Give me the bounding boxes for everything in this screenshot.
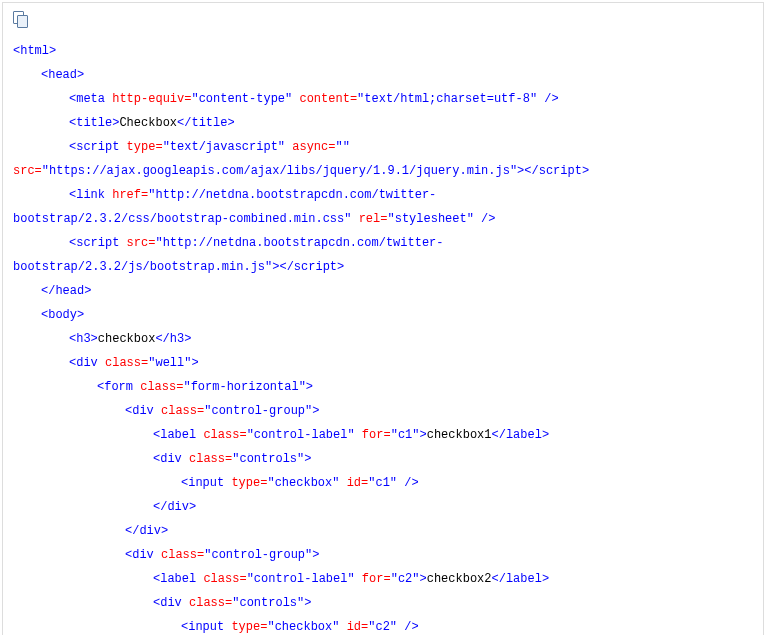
code-line: <div class="well"> xyxy=(13,351,753,375)
code-line: <div class="control-group"> xyxy=(13,399,753,423)
code-line: <html> xyxy=(13,39,753,63)
code-line: <h3>checkbox</h3> xyxy=(13,327,753,351)
toolbar xyxy=(7,9,759,39)
code-line: <div class="controls"> xyxy=(13,591,753,615)
code-line: <form class="form-horizontal"> xyxy=(13,375,753,399)
code-block: <html> <head> <meta http-equiv="content-… xyxy=(7,39,759,635)
code-line: <input type="checkbox" id="c2" /> xyxy=(13,615,753,635)
code-line: <script src="http://netdna.bootstrapcdn.… xyxy=(13,231,753,255)
code-line: </div> xyxy=(13,519,753,543)
code-line: <label class="control-label" for="c1">ch… xyxy=(13,423,753,447)
code-viewer: <html> <head> <meta http-equiv="content-… xyxy=(2,2,764,635)
code-line: src="https://ajax.googleapis.com/ajax/li… xyxy=(13,159,753,183)
code-line: bootstrap/2.3.2/css/bootstrap-combined.m… xyxy=(13,207,753,231)
code-line: <label class="control-label" for="c2">ch… xyxy=(13,567,753,591)
copy-icon[interactable] xyxy=(13,11,29,27)
code-line: </head> xyxy=(13,279,753,303)
code-line: bootstrap/2.3.2/js/bootstrap.min.js"></s… xyxy=(13,255,753,279)
code-line: <head> xyxy=(13,63,753,87)
code-line: <input type="checkbox" id="c1" /> xyxy=(13,471,753,495)
code-line: <script type="text/javascript" async="" xyxy=(13,135,753,159)
code-line: <title>Checkbox</title> xyxy=(13,111,753,135)
code-line: <link href="http://netdna.bootstrapcdn.c… xyxy=(13,183,753,207)
code-line: </div> xyxy=(13,495,753,519)
code-line: <div class="control-group"> xyxy=(13,543,753,567)
code-line: <body> xyxy=(13,303,753,327)
code-line: <meta http-equiv="content-type" content=… xyxy=(13,87,753,111)
code-line: <div class="controls"> xyxy=(13,447,753,471)
